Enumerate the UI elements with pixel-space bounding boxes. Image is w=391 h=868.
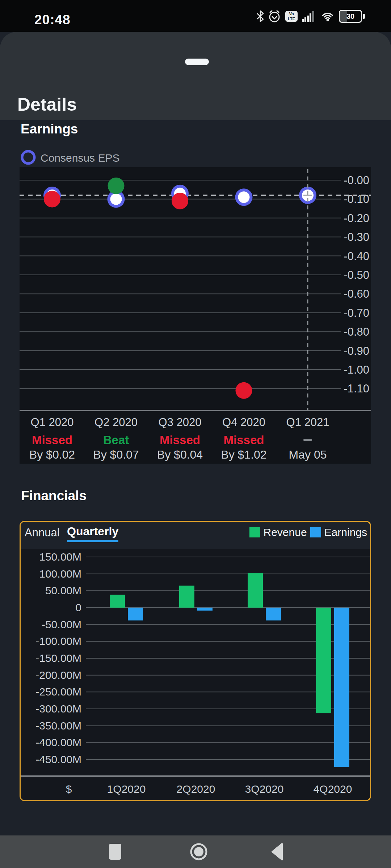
back-button[interactable]: [266, 835, 288, 868]
y-tick-label: -0.80: [344, 326, 369, 338]
y-tick-label: -0.50: [344, 269, 369, 281]
result-status-q2-2020: Beat: [103, 433, 129, 447]
financials-chart-region: 150.00M100.00M50.00M0-50.00M-100.00M-150…: [21, 549, 370, 800]
result-detail-q3-2020: By $0.04: [157, 448, 203, 461]
y-tick-label: -200.00M: [35, 669, 81, 681]
y-tick-label: -300.00M: [35, 703, 81, 715]
x-label-q4-2020: Q4 2020: [222, 416, 265, 429]
home-circle-icon: [190, 843, 208, 861]
revenue-bar-2q2020[interactable]: [179, 586, 194, 608]
tab-quarterly-label: Quarterly: [67, 525, 118, 538]
y-tick-label: 100.00M: [39, 568, 81, 580]
y-tick-label: -100.00M: [35, 635, 81, 647]
battery-icon: 30: [339, 10, 362, 23]
fin-currency-label: $: [66, 783, 72, 795]
bluetooth-icon: [257, 10, 264, 22]
battery-nub: [363, 14, 365, 19]
y-tick-label: -0.30: [344, 231, 369, 243]
y-tick-label: -1.00: [344, 363, 369, 376]
y-tick-label: -0.90: [344, 345, 369, 357]
actual-eps-dot-q3-2020[interactable]: [172, 193, 188, 209]
y-tick-label: -0.70: [344, 307, 369, 319]
x-label-2q2020: 2Q2020: [177, 783, 215, 795]
svg-text:LTE: LTE: [288, 17, 295, 21]
y-tick-label: 150.00M: [39, 551, 81, 563]
revenue-swatch: [249, 527, 260, 537]
earnings-bar-3q2020[interactable]: [266, 608, 281, 620]
earnings-chart-panel: -0.00-0.10-0.20-0.30-0.40-0.50-0.60-0.70…: [20, 167, 371, 464]
tab-annual[interactable]: Annual: [25, 526, 60, 539]
back-triangle-icon: [271, 843, 283, 860]
active-tab-underline: [67, 540, 118, 542]
earnings-section-title: Earnings: [21, 122, 78, 137]
revenue-bar-3q2020[interactable]: [248, 573, 263, 608]
result-pending-dash: [303, 439, 312, 441]
revenue-bar-1q2020[interactable]: [110, 595, 125, 608]
page-title: Details: [17, 94, 77, 115]
earnings-swatch: [310, 527, 321, 537]
result-status-q1-2020: Missed: [32, 433, 72, 447]
actual-eps-dot-q2-2020[interactable]: [108, 178, 125, 194]
x-label-q2-2020: Q2 2020: [94, 416, 138, 429]
android-nav-bar: [0, 835, 391, 868]
x-label-4q2020: 4Q2020: [314, 783, 352, 795]
x-label-q1-2021: Q1 2021: [286, 416, 329, 429]
revenue-bar-4q2020[interactable]: [316, 608, 331, 713]
status-bar: 20:48 Vo LTE 30: [0, 0, 391, 32]
consensus-eps-legend-label: Consensus EPS: [41, 152, 119, 164]
x-label-q1-2020: Q1 2020: [31, 416, 74, 429]
actual-eps-dot-q1-2020[interactable]: [44, 191, 60, 207]
details-sheet-header: Details: [0, 32, 391, 120]
result-detail-q4-2020: By $1.02: [221, 448, 266, 461]
consensus-eps-ring-icon: [20, 149, 36, 165]
earnings-chart[interactable]: -0.00-0.10-0.20-0.30-0.40-0.50-0.60-0.70…: [20, 167, 371, 420]
drag-handle[interactable]: [185, 59, 209, 65]
y-tick-label: -250.00M: [35, 686, 81, 698]
svg-text:Vo: Vo: [289, 12, 294, 16]
x-label-1q2020: 1Q2020: [107, 783, 146, 795]
status-icons: Vo LTE 30: [257, 10, 365, 22]
y-tick-label: -0.00: [344, 174, 369, 187]
volte-icon: Vo LTE: [285, 10, 298, 22]
financials-chart[interactable]: 150.00M100.00M50.00M0-50.00M-100.00M-150…: [21, 549, 370, 800]
recents-button[interactable]: [104, 835, 126, 868]
y-tick-label: -50.00M: [42, 618, 81, 630]
earnings-bar-4q2020[interactable]: [334, 608, 349, 767]
wifi-icon: [320, 10, 335, 22]
earnings-bar-1q2020[interactable]: [128, 608, 143, 620]
x-label-3q2020: 3Q2020: [245, 783, 284, 795]
y-tick-label: -0.20: [344, 212, 369, 225]
y-tick-label: -350.00M: [35, 720, 81, 732]
earnings-bar-2q2020[interactable]: [197, 608, 213, 610]
y-tick-label: -400.00M: [35, 736, 81, 748]
financials-legend: Revenue Earnings: [249, 526, 367, 539]
y-tick-label: 50.00M: [45, 584, 81, 596]
financials-section-title: Financials: [21, 488, 87, 503]
y-tick-label: -0.40: [344, 250, 369, 263]
signal-strength-icon: [302, 10, 316, 22]
result-status-q3-2020: Missed: [160, 433, 200, 447]
revenue-legend-label: Revenue: [264, 526, 307, 539]
y-tick-label: -1.10: [344, 382, 369, 395]
y-tick-label: -0.60: [344, 288, 369, 300]
y-tick-label: -450.00M: [35, 753, 81, 765]
home-button[interactable]: [188, 835, 210, 868]
recents-square-icon: [109, 843, 122, 860]
result-detail-q1-2021: May 05: [289, 448, 327, 461]
result-detail-q1-2020: By $0.02: [29, 448, 75, 461]
x-label-q3-2020: Q3 2020: [159, 416, 202, 429]
tab-quarterly[interactable]: Quarterly: [67, 525, 118, 542]
result-status-q4-2020: Missed: [224, 433, 264, 447]
clock-time: 20:48: [34, 12, 71, 27]
consensus-marker-q4-2020[interactable]: [237, 190, 251, 204]
financials-card: Annual Quarterly Revenue Earnings 150.00…: [20, 521, 371, 801]
y-tick-label: -150.00M: [35, 652, 81, 664]
alarm-clock-icon: [268, 10, 281, 23]
battery-percent: 30: [346, 13, 354, 20]
result-detail-q2-2020: By $0.07: [93, 448, 139, 461]
earnings-legend-label: Earnings: [324, 526, 367, 539]
y-tick-label: 0: [75, 601, 81, 613]
actual-eps-dot-q4-2020[interactable]: [236, 382, 252, 399]
